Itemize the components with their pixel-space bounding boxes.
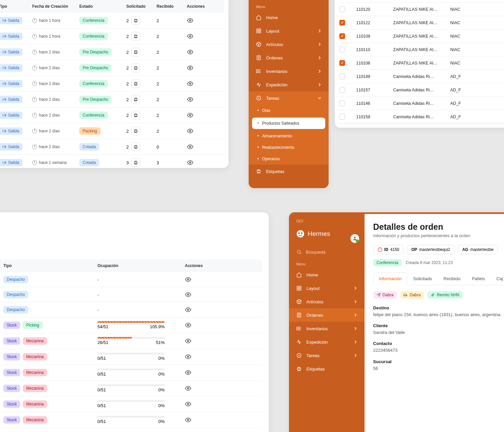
print-button[interactable] [131,158,140,167]
sidebar-item-órdenes[interactable]: Órdenes [289,308,365,322]
estado-pill: Pre Despacho [79,96,112,103]
tipo-pill: Stock [3,369,20,376]
view-button[interactable] [187,128,194,134]
recibido-cell: 2 [157,18,187,23]
row-checkbox[interactable] [339,60,345,66]
view-button[interactable] [185,401,192,407]
sidebar-subitem[interactable]: Reabastecimiento [249,142,329,153]
view-button[interactable] [185,353,192,360]
tag: Remito NHN [427,291,463,299]
row-checkbox[interactable] [339,114,345,120]
view-button[interactable] [187,112,194,119]
view-button[interactable] [187,49,194,55]
clock-icon [32,129,37,133]
sidebar-item-artículos[interactable]: Artículos [289,295,365,308]
tab-recibido[interactable]: Recibido [438,272,466,285]
tipo-pill: Salida [0,159,23,166]
info-chip: ID 4150 [373,245,404,254]
th-acciones: Acciones [187,4,214,9]
table-row: Salida hace 2 días Packing 2 2 [0,123,224,139]
info-block: Cliente Sandra del Valle [373,323,504,336]
table-row: 110106 ZAPATILLAS NIKE AI… NIAC [335,0,504,3]
tab-caj[interactable]: Caj [491,272,504,285]
sidebar-item-etiquetas[interactable]: Etiquetas [249,165,329,178]
print-button[interactable] [131,63,140,72]
view-button[interactable] [185,306,192,313]
print-button[interactable] [131,95,140,104]
sidebar-item-artículos[interactable]: Artículos [249,38,329,51]
desc-cell: ZAPATILLAS NIKE AI… [393,47,450,52]
view-button[interactable] [185,338,192,344]
clock-icon [32,81,37,86]
status-bar: 21 filas 3 seleccionadas « ‹ Página [335,124,504,128]
view-button[interactable] [185,276,192,283]
sidebar-item-inventarios[interactable]: Inventarios [249,64,329,78]
print-button[interactable] [131,142,140,151]
solicitado-cell: 2 [126,79,157,88]
print-button[interactable] [131,16,140,25]
view-button[interactable] [187,159,194,166]
row-checkbox[interactable] [339,100,345,106]
sidebar-item-home[interactable]: Home [249,11,329,24]
sidebar-item-etiquetas[interactable]: Etiquetas [289,362,365,376]
view-button[interactable] [187,33,194,40]
tab-pallets[interactable]: Pallets [466,272,491,285]
sidebar-item-layout[interactable]: Layout [289,282,365,295]
sidebar-item-expedición[interactable]: Expedición [249,78,329,91]
row-checkbox[interactable] [339,20,345,26]
print-button[interactable] [131,48,140,56]
table-row: Stock Mezanina 26/5151% [0,333,262,349]
tab-solicitado[interactable]: Solicitado [407,272,437,285]
sidebar-subitem[interactable]: Productos Salteados [252,118,325,129]
sidebar-item-home[interactable]: Home [289,268,365,282]
tipo-pill: Salida [0,64,23,72]
sidebar-item-inventarios[interactable]: Inventarios [289,322,365,335]
estado-pill: Pre Despacho [79,64,112,72]
sidebar-subitem[interactable]: Almacenamiento [249,130,329,142]
chevron-right-icon [354,300,357,303]
tab-información[interactable]: Información [373,272,408,285]
sidebar-subitem[interactable]: Operarios [249,153,329,165]
print-button[interactable] [131,127,140,135]
clock-icon [32,144,37,149]
row-checkbox[interactable] [339,74,345,79]
sidebar-subitem[interactable]: Olas [249,105,329,116]
view-button[interactable] [185,369,192,376]
svg-rect-21 [257,29,258,31]
sidebar-item-órdenes[interactable]: Órdenes [249,51,329,64]
print-button[interactable] [131,111,140,120]
tipo2-pill: Mezanina [23,353,47,360]
sidebar-item-tareas[interactable]: Tareas [249,91,329,105]
row-checkbox[interactable] [339,6,345,12]
sidebar-item-expedición[interactable]: Expedición [289,335,365,349]
sidebar-item-tareas[interactable]: Tareas [289,349,365,362]
row-checkbox[interactable] [339,47,345,52]
view-button[interactable] [187,80,194,87]
search-icon [296,249,302,255]
sidebar: DEV Hermes Búsqueda Menu Home Layout Art… [289,214,365,432]
sidebar-item-layout[interactable]: Layout [249,24,329,38]
tipo-pill: Despacho [3,306,28,313]
view-button[interactable] [187,143,194,150]
recibido-cell: 2 [157,97,187,102]
view-button[interactable] [187,64,194,71]
svg-point-54 [297,327,297,327]
view-button[interactable] [185,322,192,329]
solicitado-cell: 2 [126,16,157,25]
row-checkbox[interactable] [339,33,345,39]
view-button[interactable] [187,17,194,24]
fecha-cell: hace 2 días [32,144,79,149]
table-row: Salida hace 1 hora Conferencia 2 2 [0,13,224,29]
print-button[interactable] [131,32,140,41]
th-estado: Estado [79,4,126,9]
user-avatar[interactable] [350,234,359,243]
row-checkbox[interactable] [339,87,345,93]
print-button[interactable] [131,79,140,88]
view-button[interactable] [185,417,192,423]
svg-point-46 [301,232,303,234]
sidebar-search[interactable]: Búsqueda [289,249,365,259]
table-row: Salida hace 2 días Pre Despacho 2 2 [0,92,224,107]
view-button[interactable] [185,385,192,392]
view-button[interactable] [187,96,194,103]
view-button[interactable] [185,291,192,298]
